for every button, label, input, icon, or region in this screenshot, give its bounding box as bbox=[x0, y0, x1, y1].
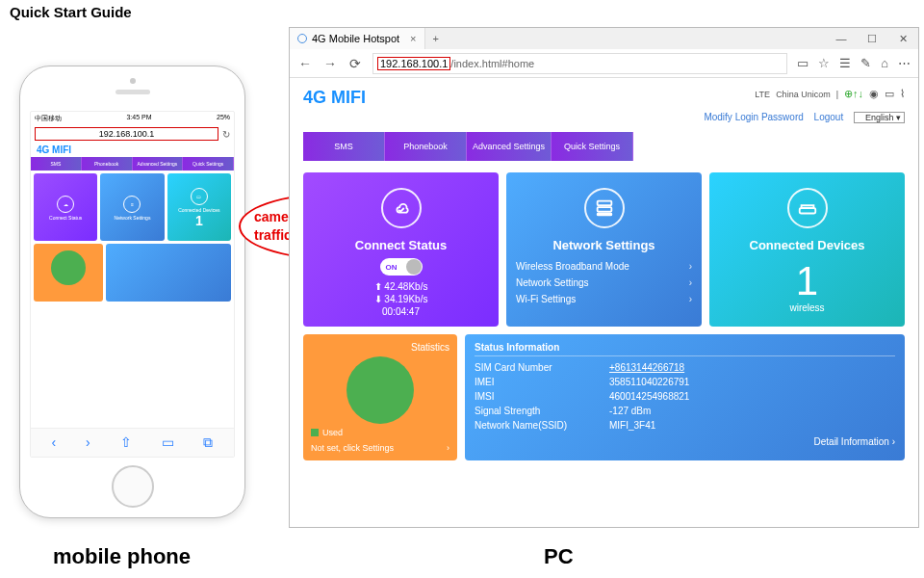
share-icon[interactable]: ⌂ bbox=[881, 56, 888, 70]
nav-back-button[interactable]: ← bbox=[297, 56, 313, 71]
language-select[interactable]: English ▾ bbox=[854, 112, 905, 123]
phone-screen: 中国移动 3:45 PM 25% 192.168.100.1 ↻ 4G MIFI… bbox=[30, 111, 235, 458]
status-row: Network Name(SSID)MIFI_3F41 bbox=[475, 418, 895, 433]
phone-status-card[interactable] bbox=[106, 244, 231, 302]
address-bar[interactable]: 192.168.100.1/index.html#home bbox=[372, 53, 787, 74]
reading-list-icon[interactable]: ▭ bbox=[797, 56, 808, 70]
device-icon: ▭ bbox=[191, 188, 208, 205]
safari-back-button[interactable]: ‹ bbox=[51, 434, 56, 451]
nav-reload-button[interactable]: ⟳ bbox=[347, 56, 363, 71]
hub-icon[interactable]: ☰ bbox=[839, 56, 851, 70]
reload-icon[interactable]: ↻ bbox=[222, 129, 230, 140]
menu-network-settings[interactable]: Network Settings bbox=[516, 275, 692, 291]
phone-url-value[interactable]: 192.168.100.1 bbox=[35, 127, 218, 141]
browser-window: 4G Mobile Hotspot × + — ☐ ✕ ← → ⟳ 192.16… bbox=[289, 27, 919, 528]
notes-icon[interactable]: ✎ bbox=[860, 56, 871, 70]
phone-speaker bbox=[116, 90, 150, 94]
phone-addressbar[interactable]: 192.168.100.1 ↻ bbox=[31, 125, 234, 143]
mobile-caption: mobile phone bbox=[53, 544, 191, 569]
server-icon: ≡ bbox=[123, 196, 141, 213]
menu-wireless-mode[interactable]: Wireless Broadband Mode bbox=[516, 258, 692, 275]
status-value: -127 dBm bbox=[609, 406, 651, 416]
home-button[interactable] bbox=[112, 465, 154, 508]
app-root: 4G MIFI LTE China Unicom | ⊕↑↓ ◉ ▭ ⌇ Mod… bbox=[290, 78, 918, 527]
url-host: 192.168.100.1 bbox=[377, 57, 450, 70]
phone-devices-card[interactable]: ▭ Connected Devices 1 bbox=[167, 173, 231, 241]
new-tab-button[interactable]: + bbox=[425, 33, 447, 44]
signal-icon: ◉ bbox=[869, 88, 879, 100]
devices-sub: wireless bbox=[719, 302, 895, 313]
phone-network-card[interactable]: ≡ Network Settings bbox=[100, 173, 164, 241]
window-maximize-button[interactable]: ☐ bbox=[857, 28, 887, 49]
status-key: IMEI bbox=[475, 377, 609, 387]
url-path: /index.html#home bbox=[450, 58, 534, 69]
devices-title: Connected Devices bbox=[719, 238, 895, 252]
network-menu: Wireless Broadband Mode Network Settings… bbox=[516, 258, 692, 307]
tab-phonebook[interactable]: Phonebook bbox=[385, 132, 467, 161]
connect-title: Connect Status bbox=[313, 238, 489, 252]
download-speed: ⬇ 34.19Kb/s bbox=[313, 294, 489, 304]
status-value[interactable]: +8613144266718 bbox=[609, 362, 684, 373]
more-icon[interactable]: ⋯ bbox=[898, 56, 911, 70]
stats-footer-link[interactable]: Not set, click Settings› bbox=[311, 443, 449, 453]
network-title: Network Settings bbox=[516, 238, 692, 252]
nav-forward-button[interactable]: → bbox=[322, 56, 338, 71]
status-row: SIM Card Number+8613144266718 bbox=[475, 360, 895, 375]
phone-tab-phonebook[interactable]: Phonebook bbox=[82, 157, 133, 171]
safari-share-button[interactable]: ⇧ bbox=[120, 434, 132, 451]
phone-network-title: Network Settings bbox=[115, 215, 151, 221]
connection-toggle[interactable]: ON bbox=[380, 258, 423, 276]
safari-forward-button[interactable]: › bbox=[86, 434, 90, 451]
chevron-right-icon: › bbox=[447, 443, 449, 453]
tab-advanced-settings[interactable]: Advanced Settings bbox=[467, 132, 552, 161]
logout-link[interactable]: Logout bbox=[814, 112, 844, 122]
router-icon bbox=[787, 188, 828, 228]
network-mode-label: LTE bbox=[755, 90, 770, 99]
header-links: Modify Login Password Logout English ▾ bbox=[303, 112, 905, 122]
window-minimize-button[interactable]: — bbox=[826, 28, 857, 49]
connected-devices-card[interactable]: Connected Devices 1 wireless bbox=[709, 172, 905, 327]
status-key: IMSI bbox=[475, 391, 609, 402]
status-information-card: Status Information SIM Card Number+86131… bbox=[465, 334, 905, 460]
phone-tab-sms[interactable]: SMS bbox=[31, 157, 82, 171]
detail-information-link[interactable]: Detail Information › bbox=[475, 436, 895, 447]
phone-device: 中国移动 3:45 PM 25% 192.168.100.1 ↻ 4G MIFI… bbox=[19, 66, 245, 518]
status-key: SIM Card Number bbox=[475, 362, 609, 373]
browser-actions: ▭ ☆ ☰ ✎ ⌂ ⋯ bbox=[797, 56, 911, 70]
svg-rect-3 bbox=[799, 208, 815, 214]
phone-tab-quick[interactable]: Quick Settings bbox=[183, 157, 234, 171]
favorite-icon[interactable]: ☆ bbox=[818, 56, 830, 70]
stats-title: Statistics bbox=[311, 342, 449, 353]
statistics-card: Statistics Used Not set, click Settings› bbox=[303, 334, 457, 460]
brand-title: 4G MIFI bbox=[303, 88, 366, 108]
phone-connect-card[interactable]: ☁ Connect Status bbox=[34, 173, 97, 241]
usage-pie-icon bbox=[346, 356, 414, 424]
globe-icon: ⊕↑↓ bbox=[844, 88, 863, 100]
browser-navbar: ← → ⟳ 192.168.100.1/index.html#home ▭ ☆ … bbox=[290, 49, 918, 78]
browser-tab[interactable]: 4G Mobile Hotspot × bbox=[290, 28, 425, 49]
pie-icon bbox=[51, 250, 86, 285]
tab-sms[interactable]: SMS bbox=[303, 132, 385, 161]
phone-camera-dot bbox=[130, 78, 136, 84]
phone-connect-title: Connect Status bbox=[49, 215, 82, 221]
tab-quick-settings[interactable]: Quick Settings bbox=[552, 132, 633, 161]
cloud-check-icon bbox=[381, 188, 422, 228]
safari-bookmarks-button[interactable]: ▭ bbox=[162, 434, 174, 451]
safari-tabs-button[interactable]: ⧉ bbox=[203, 434, 213, 451]
window-close-button[interactable]: ✕ bbox=[887, 28, 918, 49]
favicon-icon bbox=[297, 34, 307, 43]
phone-stats-card[interactable] bbox=[34, 244, 103, 302]
status-row: Signal Strength-127 dBm bbox=[475, 404, 895, 418]
svg-rect-2 bbox=[597, 214, 611, 216]
menu-wifi-settings[interactable]: Wi-Fi Settings bbox=[516, 291, 692, 307]
tab-close-button[interactable]: × bbox=[410, 33, 416, 44]
connect-status-card: Connect Status ON ⬆ 42.48Kb/s ⬇ 34.19Kb/… bbox=[303, 172, 499, 327]
network-settings-card: Network Settings Wireless Broadband Mode… bbox=[506, 172, 702, 327]
phone-tab-advanced[interactable]: Advanced Settings bbox=[133, 157, 184, 171]
phone-statusbar: 中国移动 3:45 PM 25% bbox=[31, 112, 234, 125]
carrier-label: 中国移动 bbox=[35, 114, 62, 123]
modify-password-link[interactable]: Modify Login Password bbox=[704, 112, 803, 122]
devices-count: 1 bbox=[719, 258, 895, 304]
window-titlebar: 4G Mobile Hotspot × + — ☐ ✕ bbox=[290, 28, 918, 49]
elapsed-time: 00:04:47 bbox=[313, 306, 489, 317]
